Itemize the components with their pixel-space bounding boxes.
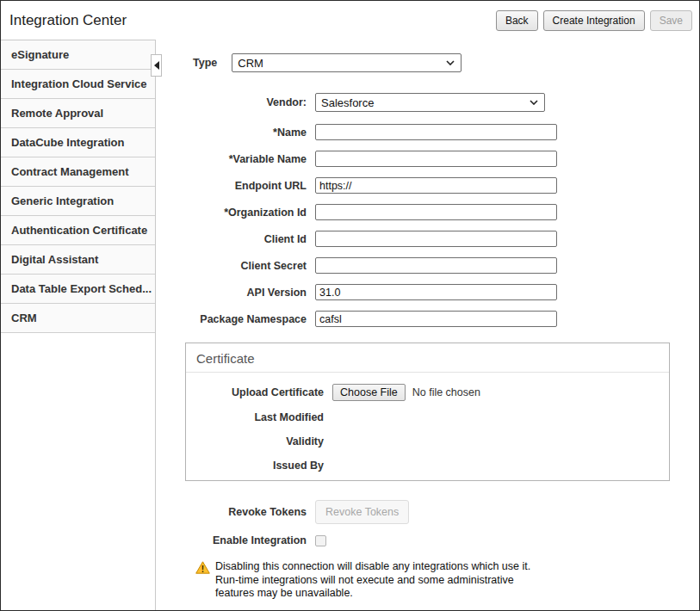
organization-id-label: *Organization Id <box>156 207 307 219</box>
upload-certificate-row: Upload Certificate Choose File No file c… <box>186 384 669 401</box>
enable-integration-row: Enable Integration <box>156 534 699 546</box>
choose-file-button[interactable]: Choose File <box>332 384 406 401</box>
revoke-tokens-row: Revoke Tokens Revoke Tokens <box>156 500 699 524</box>
vendor-label: Vendor: <box>156 96 307 108</box>
chevron-down-icon <box>530 100 538 105</box>
certificate-rows: Upload Certificate Choose File No file c… <box>186 373 669 473</box>
revoke-tokens-button[interactable]: Revoke Tokens <box>315 500 409 524</box>
sidebar: eSignature Integration Cloud Service Rem… <box>1 40 156 610</box>
vendor-row: Vendor: Salesforce <box>156 93 699 112</box>
sidebar-item-datacube-integration[interactable]: DataCube Integration <box>1 128 155 157</box>
client-secret-label: Client Secret <box>156 260 307 272</box>
package-namespace-label: Package Namespace <box>156 313 307 325</box>
enable-integration-label: Enable Integration <box>156 534 307 546</box>
client-secret-row: Client Secret <box>156 257 699 274</box>
create-integration-button[interactable]: Create Integration <box>543 10 645 31</box>
sidebar-item-esignature[interactable]: eSignature <box>1 40 155 70</box>
client-secret-input[interactable] <box>315 257 557 274</box>
certificate-section: Certificate Upload Certificate Choose Fi… <box>185 343 670 481</box>
header-buttons: Back Create Integration Save <box>496 10 692 31</box>
issued-by-label: Issued By <box>186 460 324 472</box>
sidebar-collapse-handle[interactable] <box>151 54 162 77</box>
client-id-label: Client Id <box>156 233 307 245</box>
sidebar-item-integration-cloud-service[interactable]: Integration Cloud Service <box>1 70 155 99</box>
svg-text:!: ! <box>201 565 204 574</box>
name-label: *Name <box>156 127 307 139</box>
api-version-row: API Version <box>156 284 699 300</box>
save-button[interactable]: Save <box>650 10 692 31</box>
main-panel: Type CRM Vendor: Salesforce *Name *Varia… <box>156 40 699 610</box>
warning-icon: ! <box>195 561 210 574</box>
package-namespace-input[interactable] <box>315 311 557 327</box>
type-label: Type <box>193 57 217 69</box>
sidebar-item-remote-approval[interactable]: Remote Approval <box>1 99 155 128</box>
revoke-tokens-label: Revoke Tokens <box>156 506 307 518</box>
type-row: Type CRM <box>193 53 699 72</box>
validity-row: Validity <box>186 434 669 449</box>
sidebar-item-contract-management[interactable]: Contract Management <box>1 157 155 187</box>
certificate-title: Certificate <box>186 343 669 373</box>
body: eSignature Integration Cloud Service Rem… <box>1 40 699 610</box>
warning-message: ! Disabling this connection will disable… <box>195 560 699 601</box>
issued-by-row: Issued By <box>186 458 669 473</box>
sidebar-item-authentication-certificate[interactable]: Authentication Certificate <box>1 216 155 245</box>
validity-label: Validity <box>186 435 324 447</box>
variable-name-label: *Variable Name <box>156 153 307 165</box>
file-status-text: No file chosen <box>412 386 480 398</box>
warning-text: Disabling this connection will disable a… <box>215 560 544 601</box>
package-namespace-row: Package Namespace <box>156 311 699 327</box>
chevron-left-icon <box>154 61 159 70</box>
chevron-down-icon <box>446 60 455 65</box>
vendor-select[interactable]: Salesforce <box>315 93 545 112</box>
client-id-input[interactable] <box>315 231 557 247</box>
sidebar-item-digital-assistant[interactable]: Digital Assistant <box>1 245 155 275</box>
vendor-select-value: Salesforce <box>321 96 374 109</box>
integration-center-page: Integration Center Back Create Integrati… <box>0 0 700 611</box>
page-title: Integration Center <box>9 12 127 29</box>
type-select[interactable]: CRM <box>232 53 462 72</box>
api-version-input[interactable] <box>315 284 557 300</box>
organization-id-row: *Organization Id <box>156 204 699 220</box>
endpoint-url-input[interactable] <box>315 177 557 194</box>
api-version-label: API Version <box>156 287 307 299</box>
variable-name-row: *Variable Name <box>156 151 699 167</box>
header: Integration Center Back Create Integrati… <box>1 1 699 40</box>
upload-certificate-label: Upload Certificate <box>186 386 324 398</box>
enable-integration-checkbox[interactable] <box>315 535 326 546</box>
last-modified-label: Last Modified <box>186 411 324 423</box>
type-select-value: CRM <box>238 57 263 70</box>
sidebar-item-generic-integration[interactable]: Generic Integration <box>1 187 155 216</box>
variable-name-input[interactable] <box>315 151 557 167</box>
sidebar-item-data-table-export-schedule[interactable]: Data Table Export Sched... <box>1 275 155 304</box>
sidebar-item-crm[interactable]: CRM <box>1 304 155 333</box>
back-button[interactable]: Back <box>496 10 538 31</box>
name-row: *Name <box>156 124 699 140</box>
name-input[interactable] <box>315 124 557 140</box>
client-id-row: Client Id <box>156 231 699 247</box>
organization-id-input[interactable] <box>315 204 557 220</box>
endpoint-url-label: Endpoint URL <box>156 180 307 192</box>
last-modified-row: Last Modified <box>186 410 669 425</box>
endpoint-url-row: Endpoint URL <box>156 177 699 194</box>
